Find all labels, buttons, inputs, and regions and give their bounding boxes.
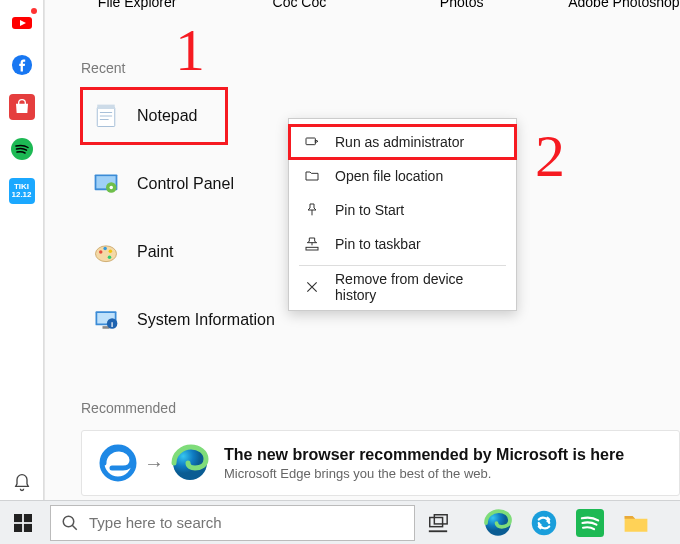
svg-point-10 — [99, 250, 103, 254]
svg-point-11 — [103, 247, 107, 251]
recommended-section: Recommended → The new browser recommende… — [81, 400, 680, 500]
taskbar-search[interactable] — [50, 505, 415, 541]
taskbar-spotify-icon[interactable] — [567, 501, 613, 545]
svg-rect-21 — [306, 138, 315, 145]
taskbar-sync-icon[interactable] — [521, 501, 567, 545]
notepad-icon — [91, 101, 121, 131]
ctx-remove-from-history[interactable]: Remove from device history — [289, 270, 516, 304]
svg-rect-25 — [14, 523, 22, 531]
recommended-subtitle: Microsoft Edge brings you the best of th… — [224, 466, 624, 481]
svg-rect-3 — [97, 107, 115, 126]
tiki-icon[interactable]: TIKI12.12 — [9, 178, 35, 204]
admin-shield-icon — [303, 134, 321, 150]
svg-point-8 — [110, 186, 114, 190]
svg-rect-23 — [14, 514, 22, 522]
svg-rect-30 — [429, 530, 447, 532]
ctx-open-file-location[interactable]: Open file location — [289, 159, 516, 193]
svg-rect-28 — [430, 517, 443, 526]
recent-item-notepad[interactable]: Notepad — [81, 88, 227, 144]
facebook-icon[interactable] — [9, 52, 35, 78]
pinned-apps-row: File Explorer Coc Coc Photos Adobe Photo… — [81, 0, 680, 22]
taskbar-edge-icon[interactable] — [475, 501, 521, 545]
annotation-2: 2 — [535, 122, 565, 191]
pinned-app[interactable]: Coc Coc — [243, 0, 355, 22]
recent-item-label: Paint — [137, 243, 173, 261]
shop-icon[interactable] — [9, 94, 35, 120]
recent-item-label: Notepad — [137, 107, 198, 125]
context-menu: Run as administrator Open file location … — [288, 118, 517, 311]
recent-item-label: Control Panel — [137, 175, 234, 193]
folder-open-icon — [303, 168, 321, 184]
ctx-item-label: Pin to taskbar — [335, 236, 421, 252]
recommended-card[interactable]: → The new browser recommended by Microso… — [81, 430, 680, 496]
recent-item-label: System Information — [137, 311, 275, 329]
ctx-separator — [299, 265, 506, 266]
pin-icon — [303, 202, 321, 218]
svg-point-12 — [109, 249, 113, 253]
svg-rect-22 — [306, 247, 318, 250]
start-menu: File Explorer Coc Coc Photos Adobe Photo… — [44, 0, 680, 500]
bell-icon[interactable] — [9, 470, 35, 496]
system-information-icon: i — [91, 305, 121, 335]
svg-rect-24 — [24, 514, 32, 522]
ctx-item-label: Run as administrator — [335, 134, 464, 150]
pinned-app[interactable]: Adobe Photoshop — [568, 0, 680, 22]
paint-icon — [91, 237, 121, 267]
close-icon — [303, 280, 321, 294]
browser-icon-rail: TIKI12.12 ••• — [0, 0, 44, 544]
ctx-item-label: Open file location — [335, 168, 443, 184]
svg-point-27 — [63, 516, 74, 527]
svg-point-32 — [532, 510, 557, 535]
pinned-app[interactable]: Photos — [406, 0, 518, 22]
youtube-icon[interactable] — [9, 10, 35, 36]
svg-rect-26 — [24, 523, 32, 531]
recommended-title: The new browser recommended by Microsoft… — [224, 446, 624, 464]
search-input[interactable] — [89, 514, 404, 531]
spotify-icon[interactable] — [9, 136, 35, 162]
ctx-item-label: Remove from device history — [335, 271, 502, 303]
ctx-run-as-administrator[interactable]: Run as administrator — [289, 125, 516, 159]
start-button[interactable] — [0, 501, 46, 545]
svg-rect-4 — [97, 105, 115, 109]
svg-point-13 — [108, 256, 112, 260]
taskbar — [0, 500, 680, 544]
control-panel-icon — [91, 169, 121, 199]
search-icon — [61, 514, 79, 532]
svg-text:i: i — [111, 320, 113, 329]
pin-taskbar-icon — [303, 236, 321, 252]
section-recommended-label: Recommended — [81, 400, 680, 416]
ctx-pin-to-taskbar[interactable]: Pin to taskbar — [289, 227, 516, 261]
svg-rect-29 — [434, 514, 447, 523]
section-recent-label: Recent — [81, 60, 125, 76]
edge-transition-icon: → — [98, 443, 210, 483]
ctx-item-label: Pin to Start — [335, 202, 404, 218]
task-view-button[interactable] — [415, 501, 461, 545]
taskbar-file-explorer-icon[interactable] — [613, 501, 659, 545]
annotation-1: 1 — [175, 16, 205, 85]
ctx-pin-to-start[interactable]: Pin to Start — [289, 193, 516, 227]
